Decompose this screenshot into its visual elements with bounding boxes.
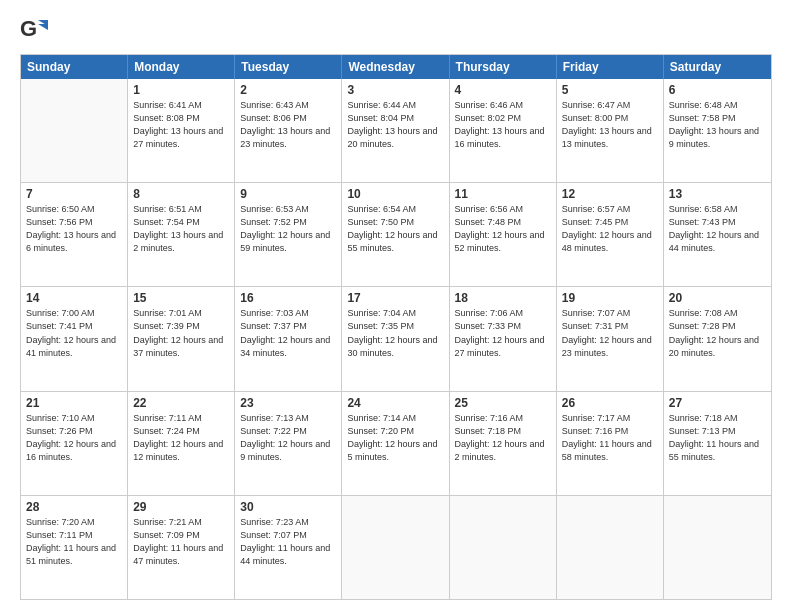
- calendar-cell: 12Sunrise: 6:57 AMSunset: 7:45 PMDayligh…: [557, 183, 664, 286]
- cal-header-day: Tuesday: [235, 55, 342, 79]
- calendar-cell: 23Sunrise: 7:13 AMSunset: 7:22 PMDayligh…: [235, 392, 342, 495]
- calendar: SundayMondayTuesdayWednesdayThursdayFrid…: [20, 54, 772, 600]
- day-number: 28: [26, 500, 122, 514]
- cell-info: Sunrise: 6:53 AMSunset: 7:52 PMDaylight:…: [240, 203, 336, 255]
- cal-header-day: Thursday: [450, 55, 557, 79]
- cell-info: Sunrise: 7:06 AMSunset: 7:33 PMDaylight:…: [455, 307, 551, 359]
- day-number: 15: [133, 291, 229, 305]
- cell-info: Sunrise: 7:17 AMSunset: 7:16 PMDaylight:…: [562, 412, 658, 464]
- calendar-cell: 30Sunrise: 7:23 AMSunset: 7:07 PMDayligh…: [235, 496, 342, 599]
- header: G: [20, 16, 772, 44]
- calendar-row: 28Sunrise: 7:20 AMSunset: 7:11 PMDayligh…: [21, 495, 771, 599]
- calendar-row: 21Sunrise: 7:10 AMSunset: 7:26 PMDayligh…: [21, 391, 771, 495]
- cell-info: Sunrise: 6:44 AMSunset: 8:04 PMDaylight:…: [347, 99, 443, 151]
- day-number: 20: [669, 291, 766, 305]
- cal-header-day: Monday: [128, 55, 235, 79]
- day-number: 23: [240, 396, 336, 410]
- calendar-row: 14Sunrise: 7:00 AMSunset: 7:41 PMDayligh…: [21, 286, 771, 390]
- calendar-cell: 20Sunrise: 7:08 AMSunset: 7:28 PMDayligh…: [664, 287, 771, 390]
- calendar-cell: 29Sunrise: 7:21 AMSunset: 7:09 PMDayligh…: [128, 496, 235, 599]
- calendar-row: 1Sunrise: 6:41 AMSunset: 8:08 PMDaylight…: [21, 79, 771, 182]
- calendar-cell: 21Sunrise: 7:10 AMSunset: 7:26 PMDayligh…: [21, 392, 128, 495]
- day-number: 2: [240, 83, 336, 97]
- cell-info: Sunrise: 7:10 AMSunset: 7:26 PMDaylight:…: [26, 412, 122, 464]
- cell-info: Sunrise: 6:47 AMSunset: 8:00 PMDaylight:…: [562, 99, 658, 151]
- calendar-cell: 24Sunrise: 7:14 AMSunset: 7:20 PMDayligh…: [342, 392, 449, 495]
- cell-info: Sunrise: 7:07 AMSunset: 7:31 PMDaylight:…: [562, 307, 658, 359]
- day-number: 8: [133, 187, 229, 201]
- day-number: 17: [347, 291, 443, 305]
- calendar-cell: [342, 496, 449, 599]
- day-number: 16: [240, 291, 336, 305]
- day-number: 4: [455, 83, 551, 97]
- day-number: 7: [26, 187, 122, 201]
- cell-info: Sunrise: 7:14 AMSunset: 7:20 PMDaylight:…: [347, 412, 443, 464]
- calendar-cell: 14Sunrise: 7:00 AMSunset: 7:41 PMDayligh…: [21, 287, 128, 390]
- day-number: 11: [455, 187, 551, 201]
- cal-header-day: Friday: [557, 55, 664, 79]
- day-number: 27: [669, 396, 766, 410]
- cell-info: Sunrise: 7:11 AMSunset: 7:24 PMDaylight:…: [133, 412, 229, 464]
- calendar-cell: 10Sunrise: 6:54 AMSunset: 7:50 PMDayligh…: [342, 183, 449, 286]
- day-number: 13: [669, 187, 766, 201]
- calendar-cell: 8Sunrise: 6:51 AMSunset: 7:54 PMDaylight…: [128, 183, 235, 286]
- calendar-cell: 22Sunrise: 7:11 AMSunset: 7:24 PMDayligh…: [128, 392, 235, 495]
- calendar-row: 7Sunrise: 6:50 AMSunset: 7:56 PMDaylight…: [21, 182, 771, 286]
- cell-info: Sunrise: 6:50 AMSunset: 7:56 PMDaylight:…: [26, 203, 122, 255]
- calendar-cell: [450, 496, 557, 599]
- calendar-body: 1Sunrise: 6:41 AMSunset: 8:08 PMDaylight…: [21, 79, 771, 599]
- day-number: 22: [133, 396, 229, 410]
- calendar-cell: 6Sunrise: 6:48 AMSunset: 7:58 PMDaylight…: [664, 79, 771, 182]
- cell-info: Sunrise: 7:23 AMSunset: 7:07 PMDaylight:…: [240, 516, 336, 568]
- cell-info: Sunrise: 6:41 AMSunset: 8:08 PMDaylight:…: [133, 99, 229, 151]
- day-number: 3: [347, 83, 443, 97]
- cell-info: Sunrise: 6:57 AMSunset: 7:45 PMDaylight:…: [562, 203, 658, 255]
- cell-info: Sunrise: 6:58 AMSunset: 7:43 PMDaylight:…: [669, 203, 766, 255]
- calendar-cell: [664, 496, 771, 599]
- calendar-cell: 18Sunrise: 7:06 AMSunset: 7:33 PMDayligh…: [450, 287, 557, 390]
- svg-text:G: G: [20, 16, 37, 41]
- day-number: 10: [347, 187, 443, 201]
- calendar-cell: 11Sunrise: 6:56 AMSunset: 7:48 PMDayligh…: [450, 183, 557, 286]
- cell-info: Sunrise: 6:46 AMSunset: 8:02 PMDaylight:…: [455, 99, 551, 151]
- day-number: 29: [133, 500, 229, 514]
- day-number: 30: [240, 500, 336, 514]
- cell-info: Sunrise: 7:16 AMSunset: 7:18 PMDaylight:…: [455, 412, 551, 464]
- calendar-cell: 9Sunrise: 6:53 AMSunset: 7:52 PMDaylight…: [235, 183, 342, 286]
- logo-icon: G: [20, 16, 48, 44]
- cal-header-day: Saturday: [664, 55, 771, 79]
- cell-info: Sunrise: 7:08 AMSunset: 7:28 PMDaylight:…: [669, 307, 766, 359]
- cell-info: Sunrise: 7:00 AMSunset: 7:41 PMDaylight:…: [26, 307, 122, 359]
- cell-info: Sunrise: 7:20 AMSunset: 7:11 PMDaylight:…: [26, 516, 122, 568]
- calendar-cell: 3Sunrise: 6:44 AMSunset: 8:04 PMDaylight…: [342, 79, 449, 182]
- calendar-cell: [557, 496, 664, 599]
- cell-info: Sunrise: 6:56 AMSunset: 7:48 PMDaylight:…: [455, 203, 551, 255]
- logo: G: [20, 16, 50, 44]
- cell-info: Sunrise: 7:18 AMSunset: 7:13 PMDaylight:…: [669, 412, 766, 464]
- cal-header-day: Sunday: [21, 55, 128, 79]
- calendar-header: SundayMondayTuesdayWednesdayThursdayFrid…: [21, 55, 771, 79]
- day-number: 19: [562, 291, 658, 305]
- calendar-cell: 15Sunrise: 7:01 AMSunset: 7:39 PMDayligh…: [128, 287, 235, 390]
- calendar-cell: 17Sunrise: 7:04 AMSunset: 7:35 PMDayligh…: [342, 287, 449, 390]
- cell-info: Sunrise: 7:01 AMSunset: 7:39 PMDaylight:…: [133, 307, 229, 359]
- day-number: 9: [240, 187, 336, 201]
- cell-info: Sunrise: 6:51 AMSunset: 7:54 PMDaylight:…: [133, 203, 229, 255]
- cell-info: Sunrise: 7:04 AMSunset: 7:35 PMDaylight:…: [347, 307, 443, 359]
- calendar-cell: 26Sunrise: 7:17 AMSunset: 7:16 PMDayligh…: [557, 392, 664, 495]
- calendar-cell: 1Sunrise: 6:41 AMSunset: 8:08 PMDaylight…: [128, 79, 235, 182]
- cal-header-day: Wednesday: [342, 55, 449, 79]
- cell-info: Sunrise: 7:21 AMSunset: 7:09 PMDaylight:…: [133, 516, 229, 568]
- day-number: 26: [562, 396, 658, 410]
- calendar-cell: 28Sunrise: 7:20 AMSunset: 7:11 PMDayligh…: [21, 496, 128, 599]
- day-number: 12: [562, 187, 658, 201]
- calendar-cell: 4Sunrise: 6:46 AMSunset: 8:02 PMDaylight…: [450, 79, 557, 182]
- day-number: 24: [347, 396, 443, 410]
- svg-marker-2: [38, 24, 48, 30]
- calendar-cell: 2Sunrise: 6:43 AMSunset: 8:06 PMDaylight…: [235, 79, 342, 182]
- calendar-cell: 7Sunrise: 6:50 AMSunset: 7:56 PMDaylight…: [21, 183, 128, 286]
- calendar-cell: 16Sunrise: 7:03 AMSunset: 7:37 PMDayligh…: [235, 287, 342, 390]
- calendar-cell: [21, 79, 128, 182]
- cell-info: Sunrise: 7:13 AMSunset: 7:22 PMDaylight:…: [240, 412, 336, 464]
- calendar-cell: 13Sunrise: 6:58 AMSunset: 7:43 PMDayligh…: [664, 183, 771, 286]
